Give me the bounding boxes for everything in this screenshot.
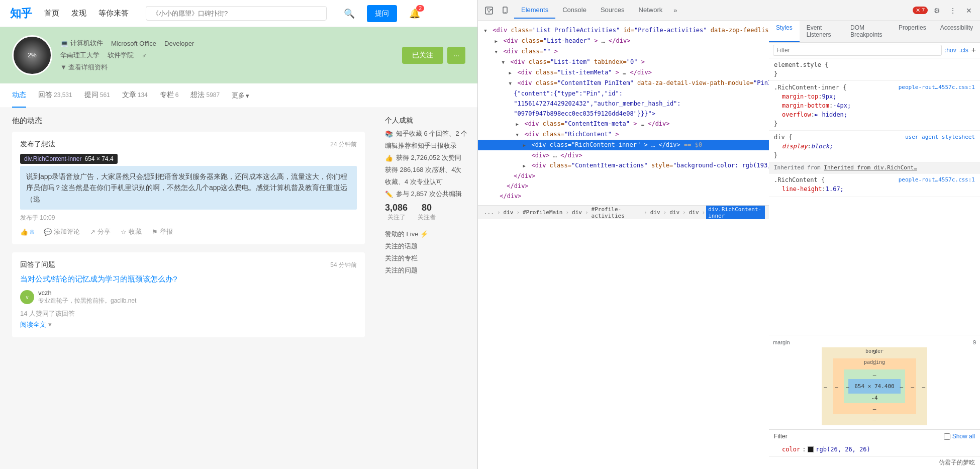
collect-btn-1[interactable]: ☆ 收藏 [121, 227, 142, 236]
bc-ellipsis[interactable]: ... [482, 208, 496, 217]
tab-questions[interactable]: 提问561 [84, 83, 110, 108]
styles-filter-input[interactable] [773, 45, 942, 56]
sidebar-columns[interactable]: 关注的专栏 [385, 254, 469, 263]
filter-cls-btn[interactable]: .cls [959, 47, 968, 54]
style-tab-dom-breakpoints[interactable]: DOM Breakpoints [843, 21, 892, 42]
tab-columns[interactable]: 专栏6 [160, 83, 179, 108]
color-swatch[interactable] [808, 446, 814, 452]
bc-profile-main[interactable]: #ProfileMain [521, 208, 564, 217]
tab-sources[interactable]: Sources [594, 2, 632, 19]
section-title: 他的动态 [12, 116, 365, 126]
content-text-1[interactable]: 说到app录语音放广告，大家居然只会想到把语音发到服务器来跑，还问成本这么高，流… [20, 166, 357, 210]
style-selector-1: .RichContent-inner { people-rout…4557c.c… [774, 84, 975, 91]
tab-activity[interactable]: 动态 [12, 83, 26, 108]
style-source-1[interactable]: people-rout…4557c.css:1 [899, 84, 975, 90]
style-tab-event-listeners[interactable]: Event Listeners [800, 21, 843, 42]
tree-line-8[interactable]: <div class="RichContent-inner" > … </div… [478, 140, 769, 150]
tab-more-btn[interactable]: » [669, 3, 681, 18]
add-style-btn[interactable]: + [971, 46, 976, 55]
devtools-inspect-btn[interactable] [482, 4, 496, 18]
devtools-settings-btn[interactable]: ⚙ [930, 4, 944, 18]
tab-elements[interactable]: Elements [514, 2, 555, 19]
bc-div-3[interactable]: div [648, 208, 662, 217]
tree-line-1[interactable]: <div class="List-header" > … </div> [478, 36, 769, 46]
bc-richcontent-inner[interactable]: div.RichContent-inner [706, 205, 765, 219]
tree-line-2[interactable]: <div class="" > [478, 46, 769, 57]
tree-arrow-8[interactable] [521, 140, 528, 150]
tree-line-12[interactable]: </div> [478, 181, 769, 191]
inherited-from-link[interactable]: Inherited from div.RichCont… [824, 164, 917, 171]
tree-line-9[interactable]: <div> … </div> [478, 150, 769, 160]
style-tab-styles[interactable]: Styles [769, 21, 800, 42]
show-all-btn[interactable]: Show all [944, 433, 975, 440]
tab-more[interactable]: 更多 ▾ [232, 91, 249, 100]
tree-line-13[interactable]: </div> [478, 191, 769, 201]
share-btn-1[interactable]: ↗ 分享 [90, 227, 111, 236]
notification-bell[interactable]: 🔔 2 [409, 8, 420, 19]
tree-arrow-7[interactable] [514, 130, 521, 139]
bc-div-2[interactable]: div [570, 208, 584, 217]
nav-discover[interactable]: 发现 [71, 9, 86, 18]
tree-line-0[interactable]: <div class="List ProfileActivities" id="… [478, 25, 769, 36]
sidebar-live[interactable]: 赞助的 Live ⚡ [385, 230, 469, 239]
tree-arrow-10[interactable] [521, 161, 528, 170]
tree-line-6[interactable]: <div class="ContentItem-meta" > … </div> [478, 119, 769, 129]
read-more-link[interactable]: 阅读全文 [20, 321, 46, 328]
tree-line-4[interactable]: <div class="List-itemMeta" > … </div> [478, 67, 769, 78]
tree-arrow-6[interactable] [514, 119, 521, 129]
tab-articles[interactable]: 文章134 [122, 83, 148, 108]
tag-developer: Developer [164, 40, 194, 47]
tree-arrow-0[interactable] [482, 26, 489, 35]
tree-line-3[interactable]: <div class="List-item" tabindex="0" > [478, 57, 769, 67]
sidebar-topics[interactable]: 关注的话题 [385, 242, 469, 251]
tree-line-10[interactable]: <div class="ContentItem-actions" style="… [478, 160, 769, 171]
tree-arrow-1[interactable] [493, 36, 500, 46]
bc-div-4[interactable]: div [667, 208, 681, 217]
profile-detail-link[interactable]: ▼ 查看详细资料 [60, 63, 394, 72]
tree-line-7[interactable]: <div class="RichContent" > [478, 129, 769, 140]
tab-answers[interactable]: 回答23,531 [38, 83, 72, 108]
comment-btn-1[interactable]: 💬 添加评论 [44, 227, 80, 236]
like-btn-1[interactable]: 👍 8 [20, 227, 34, 236]
bm-padding-left: – [846, 383, 849, 390]
box-model-top-val: 9 [973, 339, 976, 345]
devtools-device-btn[interactable] [498, 4, 512, 18]
devtools-more-btn[interactable]: ⋮ [946, 4, 960, 18]
tree-line-5[interactable]: <div class="ContentItem PinItem" data-za… [478, 78, 769, 88]
tag-computer: 💻 计算机软件 [60, 39, 103, 48]
bc-div-5[interactable]: div [687, 208, 701, 217]
tree-arrow-2[interactable] [493, 47, 500, 56]
bm-border-right: – [911, 383, 914, 390]
follow-button[interactable]: 已关注 [402, 47, 443, 64]
ask-button[interactable]: 提问 [367, 5, 397, 22]
sidebar-questions[interactable]: 关注的问题 [385, 266, 469, 275]
style-tab-accessibility[interactable]: Accessibility [933, 21, 980, 42]
stat-followers[interactable]: 80 关注者 [418, 203, 436, 222]
nav-home[interactable]: 首页 [44, 9, 59, 18]
tab-console[interactable]: Console [555, 2, 594, 19]
tab-network[interactable]: Network [632, 2, 670, 19]
filter-hov-btn[interactable]: :hov [945, 47, 956, 54]
search-icon[interactable]: 🔍 [344, 8, 355, 19]
stat-following[interactable]: 3,086 关注了 [385, 203, 408, 222]
tree-line-5d[interactable]: "0970f947b898ecc0ec035f9126dd4e08"}}}"> [478, 109, 769, 119]
tab-thoughts[interactable]: 想法5987 [190, 83, 220, 108]
tree-arrow-4[interactable] [507, 68, 514, 77]
nav-waiting[interactable]: 等你来答 [99, 9, 129, 18]
question-link[interactable]: 当对公式/结论的记忆成为学习的瓶颈该怎么办? [20, 274, 357, 284]
tree-arrow-5[interactable] [507, 78, 514, 88]
tree-line-5c[interactable]: "1156147274429202432","author_member_has… [478, 99, 769, 109]
style-tab-properties[interactable]: Properties [892, 21, 933, 42]
report-btn-1[interactable]: ⚑ 举报 [152, 227, 173, 236]
bc-div-1[interactable]: div [502, 208, 516, 217]
style-source-3[interactable]: people-rout…4557c.css:1 [899, 176, 975, 183]
tree-line-11[interactable]: </div> [478, 171, 769, 181]
tree-line-5b[interactable]: {"content":{"type":"Pin","id": [478, 88, 769, 99]
search-input[interactable] [146, 6, 327, 21]
more-action-button[interactable]: ··· [447, 47, 465, 64]
show-all-checkbox[interactable] [944, 433, 950, 440]
followers-count: 80 [418, 203, 436, 213]
bc-profile-activities[interactable]: #Profile-activities [590, 205, 643, 219]
devtools-close-btn[interactable]: ✕ [962, 4, 976, 18]
tree-arrow-3[interactable] [500, 57, 507, 67]
